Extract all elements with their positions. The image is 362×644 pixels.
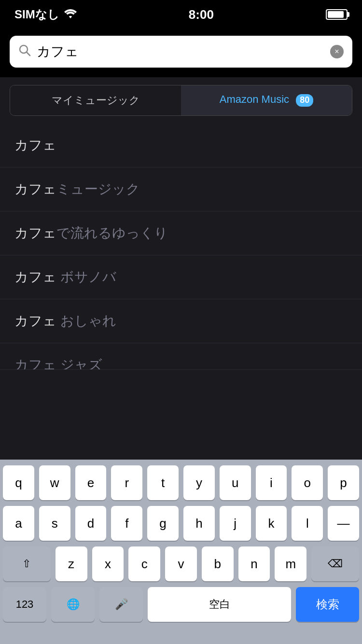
key-c[interactable]: c: [128, 546, 160, 581]
key-g[interactable]: g: [147, 506, 179, 541]
svg-line-1: [27, 52, 30, 56]
suggestion-item-1[interactable]: カフェミュージック: [0, 168, 362, 211]
key-a[interactable]: a: [3, 506, 34, 541]
key-mic[interactable]: 🎤: [99, 587, 143, 622]
suggestion-item-0[interactable]: カフェ: [0, 124, 362, 168]
key-t[interactable]: t: [147, 465, 179, 500]
key-f[interactable]: f: [111, 506, 142, 541]
wifi-icon: [64, 8, 77, 21]
key-s[interactable]: s: [39, 506, 70, 541]
home-indicator-area: [3, 628, 359, 644]
amazon-music-badge: 80: [296, 94, 313, 107]
tab-my-music[interactable]: マイミュージック: [10, 85, 181, 115]
key-n[interactable]: n: [238, 546, 270, 581]
carrier-label: SIMなし: [14, 7, 59, 22]
suggestion-item-2[interactable]: カフェで流れるゆっくり: [0, 211, 362, 255]
key-z[interactable]: z: [56, 546, 87, 581]
search-clear-button[interactable]: ×: [330, 45, 344, 58]
key-i[interactable]: i: [256, 465, 287, 500]
tabs-container: マイミュージック Amazon Music 80: [0, 77, 362, 124]
key-d[interactable]: d: [75, 506, 107, 541]
key-e[interactable]: e: [75, 465, 107, 500]
key-k[interactable]: k: [256, 506, 287, 541]
keyboard-row-3: ⇧ z x c v b n m ⌫: [3, 546, 359, 581]
key-h[interactable]: h: [183, 506, 215, 541]
keyboard-row-4: 123 🌐 🎤 空白 検索: [3, 587, 359, 622]
key-delete[interactable]: ⌫: [311, 546, 359, 581]
key-search[interactable]: 検索: [296, 587, 359, 622]
key-w[interactable]: w: [39, 465, 70, 500]
suggestion-item-4[interactable]: カフェ おしゃれ: [0, 299, 362, 343]
key-y[interactable]: y: [183, 465, 215, 500]
status-carrier: SIMなし: [14, 7, 77, 22]
key-space[interactable]: 空白: [148, 587, 291, 622]
keyboard-row-1: q w e r t y u i o p: [3, 465, 359, 500]
key-b[interactable]: b: [202, 546, 234, 581]
key-shift[interactable]: ⇧: [3, 546, 51, 581]
key-numbers[interactable]: 123: [3, 587, 46, 622]
suggestion-item-5[interactable]: カフェ ジャズ: [0, 343, 362, 370]
tabs-row: マイミュージック Amazon Music 80: [10, 85, 352, 116]
search-container: カフェ ×: [0, 29, 362, 77]
status-bar: SIMなし 8:00: [0, 0, 362, 29]
key-j[interactable]: j: [220, 506, 251, 541]
suggestions-list: カフェ カフェミュージック カフェで流れるゆっくり カフェ ボサノバ カフェ お…: [0, 124, 362, 370]
suggestion-item-3[interactable]: カフェ ボサノバ: [0, 255, 362, 299]
status-right: [326, 9, 348, 20]
search-icon: [18, 44, 31, 60]
key-o[interactable]: o: [292, 465, 323, 500]
key-dash[interactable]: —: [328, 506, 359, 541]
tab-amazon-music[interactable]: Amazon Music 80: [181, 85, 352, 115]
key-x[interactable]: x: [92, 546, 124, 581]
key-v[interactable]: v: [165, 546, 197, 581]
key-r[interactable]: r: [111, 465, 142, 500]
key-globe[interactable]: 🌐: [51, 587, 95, 622]
search-input[interactable]: カフェ: [37, 42, 324, 61]
battery-icon: [326, 9, 348, 20]
key-p[interactable]: p: [328, 465, 359, 500]
keyboard: q w e r t y u i o p a s d f g h j k l — …: [0, 460, 362, 644]
key-q[interactable]: q: [3, 465, 34, 500]
search-bar[interactable]: カフェ ×: [10, 36, 352, 68]
keyboard-row-2: a s d f g h j k l —: [3, 506, 359, 541]
status-time: 8:00: [189, 7, 214, 22]
key-u[interactable]: u: [220, 465, 251, 500]
key-m[interactable]: m: [275, 546, 306, 581]
key-l[interactable]: l: [292, 506, 323, 541]
